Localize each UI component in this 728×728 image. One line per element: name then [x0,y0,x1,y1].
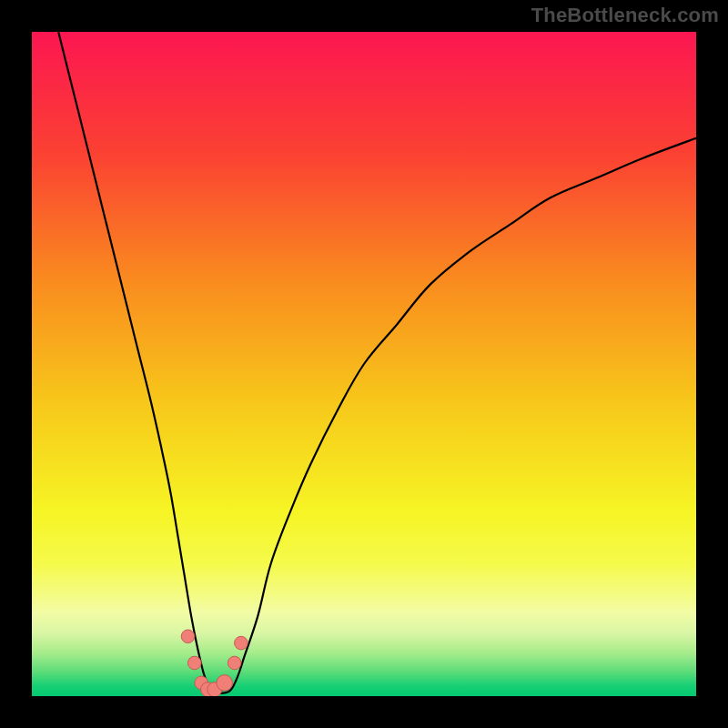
trough-marker [217,675,233,692]
trough-marker [228,656,241,670]
bottleneck-curve [58,32,696,693]
trough-marker [181,630,195,643]
trough-marker [235,636,248,650]
chart-stage: TheBottleneck.com [0,0,728,728]
attribution-text: TheBottleneck.com [531,4,719,27]
trough-markers [181,630,248,696]
plot-area [32,32,696,696]
curve-layer [32,32,696,696]
trough-marker [188,656,202,670]
